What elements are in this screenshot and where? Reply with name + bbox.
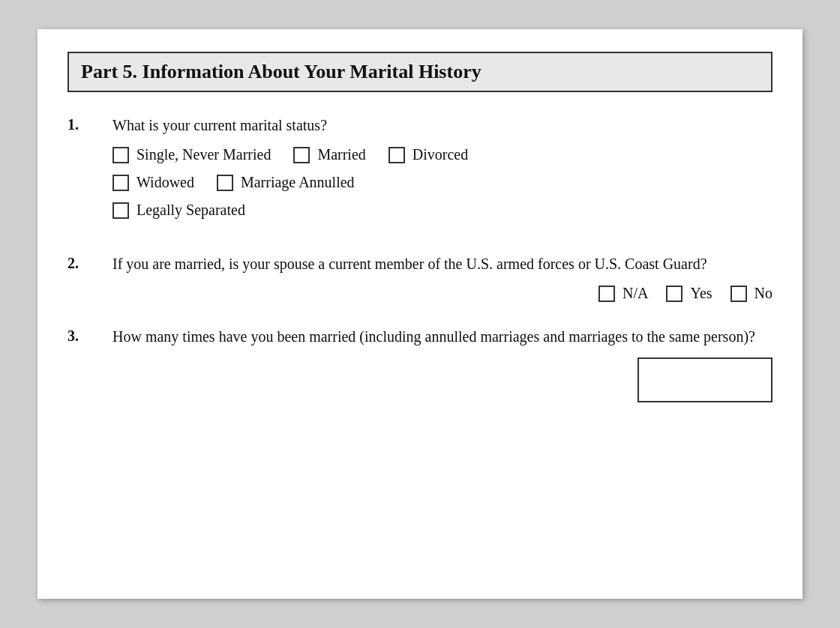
option-divorced: Divorced	[388, 146, 468, 163]
question-1-row-3: Legally Separated	[112, 202, 772, 219]
option-yes: Yes	[666, 285, 712, 302]
label-married: Married	[317, 146, 365, 163]
page: Part 5. Information About Your Marital H…	[38, 29, 802, 599]
label-na: N/A	[622, 285, 648, 302]
question-2-options: N/A Yes No	[112, 285, 772, 302]
option-legally-separated: Legally Separated	[112, 202, 245, 219]
checkbox-no[interactable]	[730, 286, 747, 302]
question-1-row-1: Single, Never Married Married Divorced	[112, 146, 772, 163]
option-na: N/A	[598, 285, 648, 302]
checkbox-legally-separated[interactable]	[112, 202, 129, 219]
option-marriage-annulled: Marriage Annulled	[217, 174, 355, 191]
checkbox-na[interactable]	[598, 286, 615, 302]
checkbox-single-never-married[interactable]	[112, 147, 129, 163]
question-3-content: How many times have you been married (in…	[112, 326, 772, 402]
question-1-content: What is your current marital status? Sin…	[112, 115, 772, 229]
checkbox-marriage-annulled[interactable]	[217, 175, 233, 191]
checkbox-married[interactable]	[293, 147, 310, 163]
section-header: Part 5. Information About Your Marital H…	[68, 52, 772, 92]
label-no: No	[754, 285, 772, 302]
section-title: Part 5. Information About Your Marital H…	[81, 61, 482, 82]
question-1: 1. What is your current marital status? …	[68, 115, 772, 229]
question-3-number: 3.	[68, 326, 112, 345]
question-2-text: If you are married, is your spouse a cur…	[112, 253, 772, 274]
question-2-number: 2.	[68, 253, 112, 272]
question-3-text: How many times have you been married (in…	[112, 326, 772, 347]
label-marriage-annulled: Marriage Annulled	[241, 174, 355, 191]
option-no: No	[730, 285, 772, 302]
question-2-content: If you are married, is your spouse a cur…	[112, 253, 772, 302]
checkbox-divorced[interactable]	[388, 147, 405, 163]
question-1-text: What is your current marital status?	[112, 115, 772, 136]
label-single-never-married: Single, Never Married	[136, 146, 271, 163]
question-2: 2. If you are married, is your spouse a …	[68, 253, 772, 302]
label-yes: Yes	[690, 285, 712, 302]
question-1-number: 1.	[68, 115, 112, 133]
question-1-row-2: Widowed Marriage Annulled	[112, 174, 772, 191]
times-married-input[interactable]	[638, 357, 772, 402]
option-married: Married	[293, 146, 365, 163]
checkbox-yes[interactable]	[666, 286, 682, 302]
question-3: 3. How many times have you been married …	[68, 326, 772, 402]
label-divorced: Divorced	[412, 146, 468, 163]
option-single-never-married: Single, Never Married	[112, 146, 271, 163]
checkbox-widowed[interactable]	[112, 175, 129, 191]
label-widowed: Widowed	[136, 174, 194, 191]
label-legally-separated: Legally Separated	[136, 202, 245, 219]
option-widowed: Widowed	[112, 174, 194, 191]
